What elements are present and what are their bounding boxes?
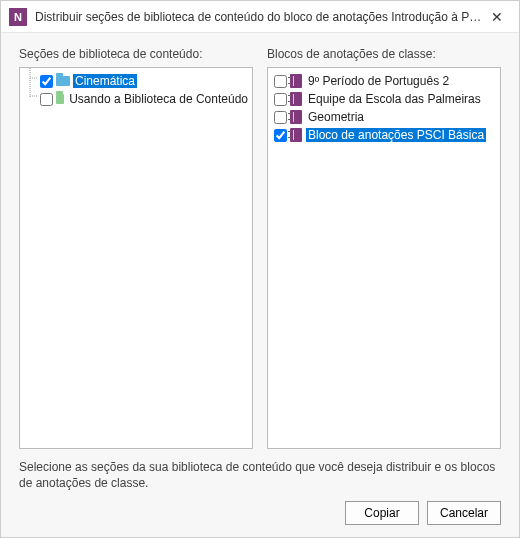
dialog-window: N Distribuir seções de biblioteca de con…	[0, 0, 520, 538]
tree-row[interactable]: Cinemática	[22, 72, 250, 90]
onenote-app-icon: N	[9, 8, 27, 26]
notebook-checkbox[interactable]	[274, 129, 287, 142]
tree-row[interactable]: Usando a Biblioteca de Conteúdo	[22, 90, 250, 108]
notebook-label: Equipe da Escola das Palmeiras	[306, 92, 483, 106]
notebook-label: Bloco de anotações PSCI Básica	[306, 128, 486, 142]
section-label: Usando a Biblioteca de Conteúdo	[67, 92, 250, 106]
content-library-tree[interactable]: Cinemática Usando a Biblioteca de Conteú…	[19, 67, 253, 449]
tree-row[interactable]: Equipe da Escola das Palmeiras	[270, 90, 498, 108]
section-label: Cinemática	[73, 74, 137, 88]
content-library-pane: Seções de biblioteca de conteúdo: Cinemá…	[19, 47, 253, 449]
window-title: Distribuir seções de biblioteca de conte…	[35, 10, 483, 24]
dialog-content: Seções de biblioteca de conteúdo: Cinemá…	[1, 33, 519, 537]
cancel-button[interactable]: Cancelar	[427, 501, 501, 525]
tree-row[interactable]: 9º Período de Português 2	[270, 72, 498, 90]
tree-row[interactable]: Geometria	[270, 108, 498, 126]
notebook-label: 9º Período de Português 2	[306, 74, 451, 88]
notebook-icon	[290, 74, 302, 88]
copy-button[interactable]: Copiar	[345, 501, 419, 525]
panes-container: Seções de biblioteca de conteúdo: Cinemá…	[19, 47, 501, 449]
class-notebooks-header: Blocos de anotações de classe:	[267, 47, 501, 61]
instruction-text: Selecione as seções da sua biblioteca de…	[19, 459, 501, 491]
close-button[interactable]: ✕	[483, 3, 511, 31]
close-icon: ✕	[491, 9, 503, 25]
section-tab-icon	[56, 94, 64, 104]
section-checkbox[interactable]	[40, 93, 53, 106]
notebook-checkbox[interactable]	[274, 93, 287, 106]
section-checkbox[interactable]	[40, 75, 53, 88]
titlebar: N Distribuir seções de biblioteca de con…	[1, 1, 519, 33]
notebook-icon	[290, 128, 302, 142]
button-row: Copiar Cancelar	[19, 501, 501, 527]
tree-row[interactable]: Bloco de anotações PSCI Básica	[270, 126, 498, 144]
class-notebooks-pane: Blocos de anotações de classe: 9º Períod…	[267, 47, 501, 449]
notebook-checkbox[interactable]	[274, 111, 287, 124]
content-library-header: Seções de biblioteca de conteúdo:	[19, 47, 253, 61]
notebook-icon	[290, 110, 302, 124]
notebook-icon	[290, 92, 302, 106]
notebook-label: Geometria	[306, 110, 366, 124]
class-notebooks-tree[interactable]: 9º Período de Português 2 Equipe da Esco…	[267, 67, 501, 449]
notebook-checkbox[interactable]	[274, 75, 287, 88]
section-tab-icon	[56, 76, 70, 86]
